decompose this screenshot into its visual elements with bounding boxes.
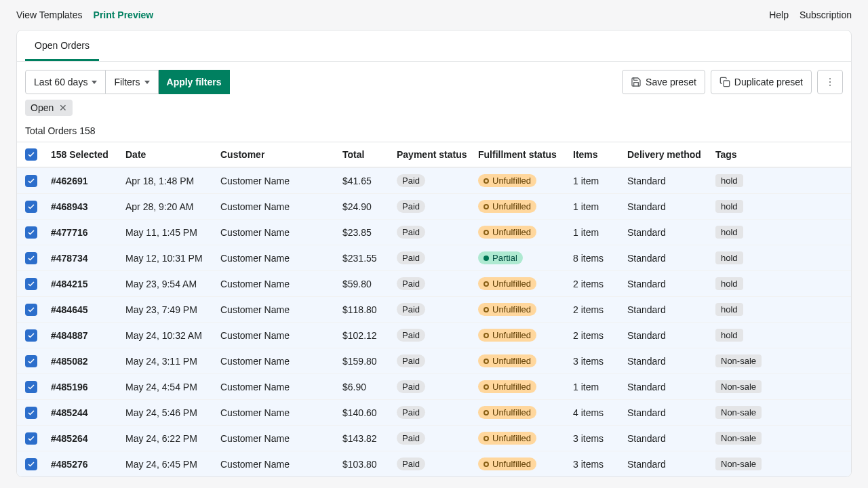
table-row[interactable]: #484645 May 23, 7:49 PM Customer Name $1… [17, 296, 851, 322]
order-tag: hold [715, 303, 743, 316]
date-range-label: Last 60 days [34, 77, 87, 87]
order-tag: Non-sale [715, 432, 762, 445]
order-date: May 23, 7:49 PM [121, 299, 216, 321]
table-row[interactable]: #462691 Apr 18, 1:48 PM Customer Name $4… [17, 167, 851, 193]
svg-point-3 [829, 85, 831, 86]
check-icon [27, 331, 35, 340]
col-tags[interactable]: Tags [711, 144, 800, 165]
col-payment[interactable]: Payment status [393, 144, 474, 165]
table-row[interactable]: #485082 May 24, 3:11 PM Customer Name $1… [17, 348, 851, 373]
customer-name[interactable]: Customer Name [216, 299, 338, 321]
delivery-method: Standard [623, 196, 711, 218]
fulfillment-status-label: Unfulfilled [492, 279, 531, 289]
chevron-down-icon [144, 81, 150, 84]
tab-open-orders[interactable]: Open Orders [25, 30, 99, 61]
order-number[interactable]: #485244 [47, 402, 121, 424]
order-number[interactable]: #485264 [47, 428, 121, 449]
order-number[interactable]: #477716 [47, 222, 121, 243]
order-total: $6.90 [338, 376, 393, 398]
chip-open-label: Open [31, 102, 54, 113]
delivery-method: Standard [623, 222, 711, 243]
status-dot-icon [484, 384, 489, 390]
col-date[interactable]: Date [121, 144, 216, 165]
duplicate-preset-button[interactable]: Duplicate preset [711, 70, 812, 94]
chip-remove-icon[interactable]: ✕ [59, 103, 67, 113]
select-all-checkbox[interactable] [25, 148, 37, 161]
customer-name[interactable]: Customer Name [216, 273, 338, 295]
table-row[interactable]: #485196 May 24, 4:54 PM Customer Name $6… [17, 373, 851, 399]
table-row[interactable]: #484887 May 24, 10:32 AM Customer Name $… [17, 322, 851, 348]
apply-filters-button[interactable]: Apply filters [159, 70, 231, 94]
order-number[interactable]: #478734 [47, 247, 121, 269]
row-checkbox[interactable] [25, 278, 37, 290]
order-number[interactable]: #485082 [47, 350, 121, 372]
order-number[interactable]: #485196 [47, 376, 121, 398]
check-icon [27, 383, 35, 391]
customer-name[interactable]: Customer Name [216, 247, 338, 269]
table-row[interactable]: #484215 May 23, 9:54 AM Customer Name $5… [17, 270, 851, 296]
table-row[interactable]: #485276 May 24, 6:45 PM Customer Name $1… [17, 451, 851, 476]
apply-filters-label: Apply filters [167, 77, 222, 87]
order-tag: Non-sale [715, 406, 762, 419]
order-number[interactable]: #485276 [47, 453, 121, 475]
customer-name[interactable]: Customer Name [216, 222, 338, 243]
save-preset-button[interactable]: Save preset [622, 70, 705, 94]
more-actions-button[interactable] [817, 70, 843, 94]
items-count: 1 item [569, 376, 623, 398]
orders-table: 158 Selected Date Customer Total Payment… [17, 142, 851, 476]
col-items[interactable]: Items [569, 144, 623, 165]
order-number[interactable]: #484645 [47, 299, 121, 321]
row-checkbox[interactable] [25, 175, 37, 187]
customer-name[interactable]: Customer Name [216, 196, 338, 218]
col-delivery[interactable]: Delivery method [623, 144, 711, 165]
fulfillment-status-badge: Unfulfilled [478, 432, 536, 445]
order-number[interactable]: #484887 [47, 325, 121, 346]
delivery-method: Standard [623, 247, 711, 269]
table-row[interactable]: #477716 May 11, 1:45 PM Customer Name $2… [17, 219, 851, 245]
row-checkbox[interactable] [25, 252, 37, 264]
customer-name[interactable]: Customer Name [216, 376, 338, 398]
row-checkbox[interactable] [25, 329, 37, 342]
row-checkbox[interactable] [25, 407, 37, 419]
table-row[interactable]: #478734 May 12, 10:31 PM Customer Name $… [17, 245, 851, 270]
customer-name[interactable]: Customer Name [216, 428, 338, 449]
print-preview-link[interactable]: Print Preview [94, 9, 154, 20]
fulfillment-status-label: Unfulfilled [492, 433, 531, 443]
col-total[interactable]: Total [338, 144, 393, 165]
view-templates-link[interactable]: View Templates [16, 9, 83, 20]
date-range-dropdown[interactable]: Last 60 days [25, 70, 106, 94]
order-number[interactable]: #462691 [47, 170, 121, 192]
order-number[interactable]: #484215 [47, 273, 121, 295]
fulfillment-status-badge: Partial [478, 251, 523, 264]
fulfillment-status-badge: Unfulfilled [478, 200, 536, 213]
col-fulfillment[interactable]: Fulfillment status [474, 144, 569, 165]
customer-name[interactable]: Customer Name [216, 453, 338, 475]
order-date: May 23, 9:54 AM [121, 273, 216, 295]
row-checkbox[interactable] [25, 432, 37, 445]
table-row[interactable]: #468943 Apr 28, 9:20 AM Customer Name $2… [17, 193, 851, 219]
row-checkbox[interactable] [25, 458, 37, 470]
filters-dropdown[interactable]: Filters [106, 70, 158, 94]
customer-name[interactable]: Customer Name [216, 170, 338, 192]
chip-open[interactable]: Open ✕ [25, 100, 73, 116]
row-checkbox[interactable] [25, 201, 37, 213]
col-customer[interactable]: Customer [216, 144, 338, 165]
payment-status-badge: Paid [397, 277, 425, 290]
order-number[interactable]: #468943 [47, 196, 121, 218]
customer-name[interactable]: Customer Name [216, 402, 338, 424]
check-icon [27, 434, 35, 443]
row-checkbox[interactable] [25, 304, 37, 316]
help-link[interactable]: Help [769, 9, 789, 20]
row-checkbox[interactable] [25, 381, 37, 393]
table-row[interactable]: #485244 May 24, 5:46 PM Customer Name $1… [17, 399, 851, 425]
delivery-method: Standard [623, 376, 711, 398]
customer-name[interactable]: Customer Name [216, 350, 338, 372]
subscription-link[interactable]: Subscription [800, 9, 852, 20]
status-dot-icon [484, 359, 489, 364]
row-checkbox[interactable] [25, 355, 37, 367]
check-icon [27, 306, 35, 314]
table-row[interactable]: #485264 May 24, 6:22 PM Customer Name $1… [17, 425, 851, 451]
customer-name[interactable]: Customer Name [216, 325, 338, 346]
fulfillment-status-badge: Unfulfilled [478, 458, 536, 470]
row-checkbox[interactable] [25, 226, 37, 239]
